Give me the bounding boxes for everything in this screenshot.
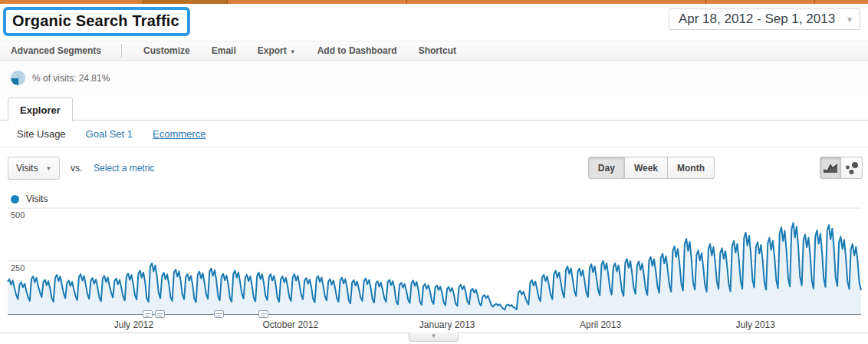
top-nav-divider xyxy=(705,0,706,4)
annotation-flag-icon[interactable] xyxy=(143,310,153,318)
granularity-week-button[interactable]: Week xyxy=(625,157,668,179)
segment-pie-icon xyxy=(11,71,25,85)
motion-chart-icon xyxy=(844,161,860,175)
top-nav-divider xyxy=(406,0,407,4)
subtab-bar: Site Usage Goal Set 1 Ecommerce xyxy=(0,121,868,148)
caret-down-icon: ▼ xyxy=(409,332,458,340)
top-nav-active-segment xyxy=(143,0,228,4)
annotation-flag-icon[interactable] xyxy=(155,310,165,318)
caret-down-icon[interactable]: ▼ xyxy=(846,15,853,24)
segment-summary-row: % of visits: 24.81% xyxy=(0,61,868,98)
date-range-selector[interactable]: Apr 18, 2012 - Sep 1, 2013 ▼ xyxy=(669,8,860,30)
tab-explorer[interactable]: Explorer xyxy=(8,98,73,121)
tab-explorer-label: Explorer xyxy=(20,104,61,116)
date-range-text: Apr 18, 2012 - Sep 1, 2013 xyxy=(679,12,835,27)
y-tick-label: 250 xyxy=(11,263,25,273)
email-button[interactable]: Email xyxy=(212,45,236,56)
percent-of-visits-label: % of visits: 24.81% xyxy=(32,73,110,84)
granularity-button-group: Day Week Month xyxy=(588,157,715,179)
x-axis-label: July 2012 xyxy=(114,319,153,330)
metric-picker-row: Visits ▼ vs. Select a metric Day Week Mo… xyxy=(0,148,868,191)
granularity-month-button[interactable]: Month xyxy=(668,157,715,179)
x-axis-label: January 2013 xyxy=(419,319,475,330)
top-nav-divider xyxy=(814,0,815,4)
visits-area-chart[interactable] xyxy=(0,207,868,316)
vs-label: vs. xyxy=(71,163,82,174)
y-tick-label: 500 xyxy=(11,210,25,220)
caret-down-icon: ▼ xyxy=(290,48,296,55)
legend-dot-icon xyxy=(11,195,19,203)
subtab-site-usage[interactable]: Site Usage xyxy=(17,128,66,140)
title-highlight-box: Organic Search Traffic xyxy=(3,7,190,36)
metric-dropdown-label: Visits xyxy=(16,163,38,174)
annotations-drawer-toggle[interactable]: ▼ xyxy=(409,332,459,342)
metric-dropdown[interactable]: Visits ▼ xyxy=(8,157,60,180)
subtab-ecommerce[interactable]: Ecommerce xyxy=(153,128,205,140)
annotation-flag-icon[interactable] xyxy=(214,310,224,318)
customize-button[interactable]: Customize xyxy=(143,45,190,56)
top-nav-bar xyxy=(0,0,868,4)
chart-type-button-group xyxy=(820,157,863,179)
line-chart-icon xyxy=(823,163,838,174)
toolbar-divider xyxy=(121,44,122,58)
page-title: Organic Search Traffic xyxy=(12,12,179,30)
select-a-metric-link[interactable]: Select a metric xyxy=(94,163,154,174)
analytics-report-page: Organic Search Traffic Apr 18, 2012 - Se… xyxy=(0,0,868,344)
shortcut-button[interactable]: Shortcut xyxy=(419,45,456,56)
subtab-goal-set-1[interactable]: Goal Set 1 xyxy=(86,128,133,140)
chart-legend: Visits xyxy=(11,194,48,204)
export-button[interactable]: Export▼ xyxy=(258,45,296,56)
add-to-dashboard-button[interactable]: Add to Dashboard xyxy=(317,45,397,56)
x-axis-label: April 2013 xyxy=(580,319,621,330)
caret-down-icon: ▼ xyxy=(45,165,51,172)
advanced-segments-button[interactable]: Advanced Segments xyxy=(11,45,101,56)
legend-label: Visits xyxy=(26,194,48,204)
granularity-day-button[interactable]: Day xyxy=(588,157,625,179)
motion-chart-button[interactable] xyxy=(841,157,863,179)
annotation-flag-icon[interactable] xyxy=(258,310,268,318)
line-chart-button[interactable] xyxy=(820,157,841,179)
x-axis-label: October 2012 xyxy=(262,319,318,330)
x-axis-label: July 2013 xyxy=(736,319,775,330)
report-toolbar: Advanced Segments Customize Email Export… xyxy=(0,41,868,61)
